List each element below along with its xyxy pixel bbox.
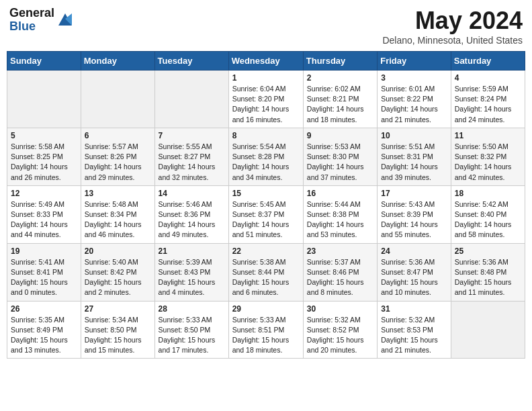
- calendar-cell: 28Sunrise: 5:33 AMSunset: 8:50 PMDayligh…: [154, 301, 228, 359]
- calendar-cell: [81, 71, 154, 128]
- day-number: 10: [381, 131, 447, 140]
- calendar-cell: 4Sunrise: 5:59 AMSunset: 8:24 PMDaylight…: [451, 71, 525, 128]
- day-info: Sunrise: 5:42 AMSunset: 8:40 PMDaylight:…: [455, 199, 521, 240]
- calendar-cell: 5Sunrise: 5:58 AMSunset: 8:25 PMDaylight…: [7, 128, 81, 185]
- day-number: 28: [159, 304, 225, 314]
- calendar-cell: 29Sunrise: 5:33 AMSunset: 8:51 PMDayligh…: [228, 301, 303, 359]
- calendar-table: SundayMondayTuesdayWednesdayThursdayFrid…: [7, 51, 525, 359]
- calendar-header-wednesday: Wednesday: [228, 52, 303, 71]
- day-info: Sunrise: 5:54 AMSunset: 8:28 PMDaylight:…: [232, 142, 300, 183]
- day-info: Sunrise: 6:04 AMSunset: 8:20 PMDaylight:…: [232, 84, 300, 125]
- calendar-cell: 9Sunrise: 5:53 AMSunset: 8:30 PMDaylight…: [303, 128, 377, 185]
- logo-general-text: General: [9, 7, 54, 20]
- day-info: Sunrise: 5:36 AMSunset: 8:48 PMDaylight:…: [455, 257, 521, 298]
- day-info: Sunrise: 5:49 AMSunset: 8:33 PMDaylight:…: [11, 199, 77, 240]
- day-info: Sunrise: 6:01 AMSunset: 8:22 PMDaylight:…: [381, 84, 447, 125]
- day-number: 3: [381, 73, 447, 83]
- calendar-cell: 24Sunrise: 5:36 AMSunset: 8:47 PMDayligh…: [378, 243, 451, 301]
- calendar-week-row: 19Sunrise: 5:41 AMSunset: 8:41 PMDayligh…: [7, 243, 525, 301]
- calendar-week-row: 12Sunrise: 5:49 AMSunset: 8:33 PMDayligh…: [7, 185, 525, 243]
- day-info: Sunrise: 5:44 AMSunset: 8:38 PMDaylight:…: [307, 199, 373, 240]
- calendar-cell: 30Sunrise: 5:32 AMSunset: 8:52 PMDayligh…: [303, 301, 377, 359]
- day-info: Sunrise: 5:39 AMSunset: 8:43 PMDaylight:…: [159, 257, 225, 298]
- calendar-week-row: 5Sunrise: 5:58 AMSunset: 8:25 PMDaylight…: [7, 128, 525, 185]
- day-info: Sunrise: 5:43 AMSunset: 8:39 PMDaylight:…: [381, 199, 447, 240]
- calendar-cell: 14Sunrise: 5:46 AMSunset: 8:36 PMDayligh…: [154, 185, 228, 243]
- day-number: 4: [455, 73, 521, 83]
- day-info: Sunrise: 5:50 AMSunset: 8:32 PMDaylight:…: [455, 142, 521, 183]
- calendar-header-saturday: Saturday: [451, 52, 525, 71]
- calendar-week-row: 26Sunrise: 5:35 AMSunset: 8:49 PMDayligh…: [7, 301, 525, 359]
- calendar-cell: 12Sunrise: 5:49 AMSunset: 8:33 PMDayligh…: [7, 185, 81, 243]
- day-number: 25: [455, 246, 521, 256]
- calendar-cell: 1Sunrise: 6:04 AMSunset: 8:20 PMDaylight…: [228, 71, 303, 128]
- day-info: Sunrise: 5:35 AMSunset: 8:49 PMDaylight:…: [11, 315, 77, 356]
- calendar-cell: 15Sunrise: 5:45 AMSunset: 8:37 PMDayligh…: [228, 185, 303, 243]
- calendar-cell: 16Sunrise: 5:44 AMSunset: 8:38 PMDayligh…: [303, 185, 377, 243]
- calendar-cell: 20Sunrise: 5:40 AMSunset: 8:42 PMDayligh…: [81, 243, 154, 301]
- day-number: 5: [11, 131, 77, 140]
- calendar-cell: [7, 71, 81, 128]
- day-info: Sunrise: 5:45 AMSunset: 8:37 PMDaylight:…: [232, 199, 300, 240]
- calendar-cell: 6Sunrise: 5:57 AMSunset: 8:26 PMDaylight…: [81, 128, 154, 185]
- calendar-header-sunday: Sunday: [7, 52, 81, 71]
- day-number: 13: [85, 189, 151, 198]
- day-number: 26: [11, 304, 77, 314]
- day-number: 27: [85, 304, 151, 314]
- logo-icon: [56, 9, 75, 28]
- calendar-cell: [451, 301, 525, 359]
- day-info: Sunrise: 5:38 AMSunset: 8:44 PMDaylight:…: [232, 257, 300, 298]
- calendar-cell: 18Sunrise: 5:42 AMSunset: 8:40 PMDayligh…: [451, 185, 525, 243]
- calendar-cell: 21Sunrise: 5:39 AMSunset: 8:43 PMDayligh…: [154, 243, 228, 301]
- day-info: Sunrise: 6:02 AMSunset: 8:21 PMDaylight:…: [307, 84, 373, 125]
- day-info: Sunrise: 5:53 AMSunset: 8:30 PMDaylight:…: [307, 142, 373, 183]
- calendar-week-row: 1Sunrise: 6:04 AMSunset: 8:20 PMDaylight…: [7, 71, 525, 128]
- title-block: May 2024 Delano, Minnesota, United State…: [382, 7, 523, 46]
- day-number: 21: [159, 246, 225, 256]
- calendar-header-monday: Monday: [81, 52, 154, 71]
- month-year: May 2024: [382, 7, 523, 35]
- calendar-cell: 23Sunrise: 5:37 AMSunset: 8:46 PMDayligh…: [303, 243, 377, 301]
- day-info: Sunrise: 5:58 AMSunset: 8:25 PMDaylight:…: [11, 142, 77, 183]
- day-info: Sunrise: 5:37 AMSunset: 8:46 PMDaylight:…: [307, 257, 373, 298]
- day-number: 11: [455, 131, 521, 140]
- day-info: Sunrise: 5:32 AMSunset: 8:52 PMDaylight:…: [307, 315, 373, 356]
- day-number: 8: [232, 131, 300, 140]
- day-number: 16: [307, 189, 373, 198]
- day-number: 14: [159, 189, 225, 198]
- calendar-cell: 3Sunrise: 6:01 AMSunset: 8:22 PMDaylight…: [378, 71, 451, 128]
- day-number: 18: [455, 189, 521, 198]
- day-info: Sunrise: 5:41 AMSunset: 8:41 PMDaylight:…: [11, 257, 77, 298]
- day-number: 12: [11, 189, 77, 198]
- day-number: 30: [307, 304, 373, 314]
- day-number: 20: [85, 246, 151, 256]
- day-number: 2: [307, 73, 373, 83]
- calendar-cell: 17Sunrise: 5:43 AMSunset: 8:39 PMDayligh…: [378, 185, 451, 243]
- day-info: Sunrise: 5:40 AMSunset: 8:42 PMDaylight:…: [85, 257, 151, 298]
- day-number: 1: [232, 73, 300, 83]
- day-number: 19: [11, 246, 77, 256]
- calendar-cell: 13Sunrise: 5:48 AMSunset: 8:34 PMDayligh…: [81, 185, 154, 243]
- day-number: 7: [159, 131, 225, 140]
- day-info: Sunrise: 5:33 AMSunset: 8:50 PMDaylight:…: [159, 315, 225, 356]
- day-number: 6: [85, 131, 151, 140]
- day-number: 24: [381, 246, 447, 256]
- day-info: Sunrise: 5:33 AMSunset: 8:51 PMDaylight:…: [232, 315, 300, 356]
- calendar-header-tuesday: Tuesday: [154, 52, 228, 71]
- calendar-cell: 26Sunrise: 5:35 AMSunset: 8:49 PMDayligh…: [7, 301, 81, 359]
- calendar-cell: 7Sunrise: 5:55 AMSunset: 8:27 PMDaylight…: [154, 128, 228, 185]
- day-info: Sunrise: 5:34 AMSunset: 8:50 PMDaylight:…: [85, 315, 151, 356]
- calendar-header-friday: Friday: [378, 52, 451, 71]
- calendar-header-row: SundayMondayTuesdayWednesdayThursdayFrid…: [7, 52, 525, 71]
- day-number: 9: [307, 131, 373, 140]
- day-info: Sunrise: 5:48 AMSunset: 8:34 PMDaylight:…: [85, 199, 151, 240]
- calendar-cell: 22Sunrise: 5:38 AMSunset: 8:44 PMDayligh…: [228, 243, 303, 301]
- day-number: 29: [232, 304, 300, 314]
- day-info: Sunrise: 5:36 AMSunset: 8:47 PMDaylight:…: [381, 257, 447, 298]
- calendar-cell: 10Sunrise: 5:51 AMSunset: 8:31 PMDayligh…: [378, 128, 451, 185]
- calendar-header-thursday: Thursday: [303, 52, 377, 71]
- calendar-cell: 2Sunrise: 6:02 AMSunset: 8:21 PMDaylight…: [303, 71, 377, 128]
- page-header: General Blue May 2024 Delano, Minnesota,…: [7, 7, 525, 46]
- day-number: 15: [232, 189, 300, 198]
- calendar-cell: 25Sunrise: 5:36 AMSunset: 8:48 PMDayligh…: [451, 243, 525, 301]
